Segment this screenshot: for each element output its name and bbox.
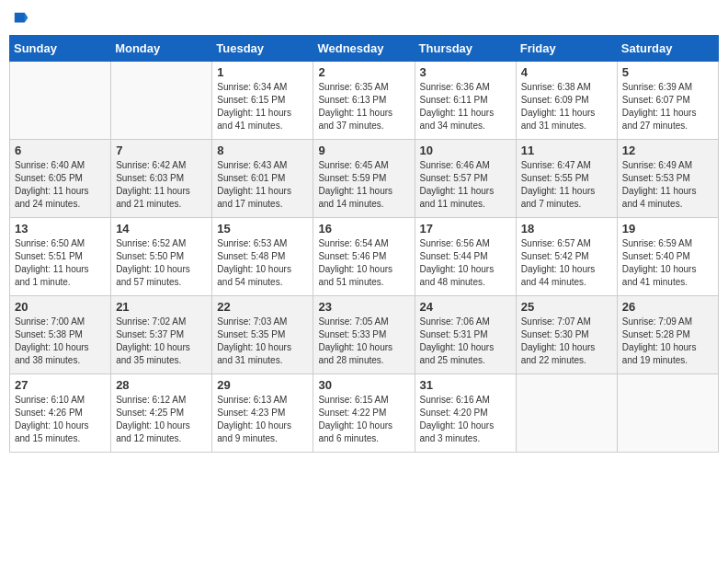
day-number: 29 — [217, 378, 308, 392]
day-info: Sunrise: 7:02 AM Sunset: 5:37 PM Dayligh… — [116, 316, 207, 367]
calendar-week-row: 20Sunrise: 7:00 AM Sunset: 5:38 PM Dayli… — [10, 296, 719, 374]
calendar-cell: 6Sunrise: 6:40 AM Sunset: 6:05 PM Daylig… — [10, 140, 111, 218]
day-number: 17 — [420, 222, 511, 236]
calendar-cell — [10, 62, 111, 140]
day-number: 24 — [420, 300, 511, 314]
day-info: Sunrise: 7:00 AM Sunset: 5:38 PM Dayligh… — [15, 316, 106, 367]
calendar-cell: 1Sunrise: 6:34 AM Sunset: 6:15 PM Daylig… — [212, 62, 313, 140]
calendar-cell: 23Sunrise: 7:05 AM Sunset: 5:33 PM Dayli… — [313, 296, 415, 374]
calendar-cell: 20Sunrise: 7:00 AM Sunset: 5:38 PM Dayli… — [10, 296, 111, 374]
calendar-cell: 22Sunrise: 7:03 AM Sunset: 5:35 PM Dayli… — [212, 296, 313, 374]
calendar-table: SundayMondayTuesdayWednesdayThursdayFrid… — [9, 35, 719, 453]
calendar-cell: 21Sunrise: 7:02 AM Sunset: 5:37 PM Dayli… — [111, 296, 212, 374]
logo — [13, 9, 31, 29]
day-number: 23 — [318, 300, 409, 314]
day-number: 8 — [217, 144, 308, 157]
calendar-cell: 2Sunrise: 6:35 AM Sunset: 6:13 PM Daylig… — [313, 62, 415, 140]
day-info: Sunrise: 6:49 AM Sunset: 5:53 PM Dayligh… — [622, 159, 713, 211]
day-info: Sunrise: 6:43 AM Sunset: 6:01 PM Dayligh… — [217, 159, 308, 211]
day-info: Sunrise: 6:12 AM Sunset: 4:25 PM Dayligh… — [116, 394, 207, 445]
day-info: Sunrise: 6:13 AM Sunset: 4:23 PM Dayligh… — [217, 394, 308, 445]
calendar-cell: 24Sunrise: 7:06 AM Sunset: 5:31 PM Dayli… — [415, 296, 516, 374]
day-info: Sunrise: 7:09 AM Sunset: 5:28 PM Dayligh… — [622, 316, 713, 367]
day-info: Sunrise: 7:03 AM Sunset: 5:35 PM Dayligh… — [217, 316, 308, 367]
day-number: 3 — [420, 65, 511, 79]
day-info: Sunrise: 6:38 AM Sunset: 6:09 PM Dayligh… — [521, 81, 612, 132]
day-number: 26 — [622, 300, 713, 314]
calendar-cell — [516, 374, 617, 453]
day-info: Sunrise: 6:16 AM Sunset: 4:20 PM Dayligh… — [420, 394, 511, 445]
day-info: Sunrise: 6:40 AM Sunset: 6:05 PM Dayligh… — [15, 159, 106, 211]
day-info: Sunrise: 6:52 AM Sunset: 5:50 PM Dayligh… — [116, 237, 207, 289]
day-number: 10 — [420, 144, 511, 157]
calendar-cell: 4Sunrise: 6:38 AM Sunset: 6:09 PM Daylig… — [516, 62, 617, 140]
calendar-cell: 29Sunrise: 6:13 AM Sunset: 4:23 PM Dayli… — [212, 374, 313, 453]
calendar-cell: 5Sunrise: 6:39 AM Sunset: 6:07 PM Daylig… — [617, 62, 718, 140]
weekday-header-wednesday: Wednesday — [313, 36, 415, 62]
day-number: 6 — [15, 144, 106, 157]
calendar-cell: 27Sunrise: 6:10 AM Sunset: 4:26 PM Dayli… — [10, 374, 111, 453]
page-header — [9, 9, 719, 29]
day-number: 9 — [318, 144, 409, 157]
calendar-cell: 18Sunrise: 6:57 AM Sunset: 5:42 PM Dayli… — [516, 218, 617, 296]
calendar-cell: 12Sunrise: 6:49 AM Sunset: 5:53 PM Dayli… — [617, 140, 718, 218]
calendar-cell: 3Sunrise: 6:36 AM Sunset: 6:11 PM Daylig… — [415, 62, 516, 140]
day-number: 15 — [217, 222, 308, 236]
calendar-cell: 19Sunrise: 6:59 AM Sunset: 5:40 PM Dayli… — [617, 218, 718, 296]
day-number: 11 — [521, 144, 612, 157]
calendar-cell: 28Sunrise: 6:12 AM Sunset: 4:25 PM Dayli… — [111, 374, 212, 453]
day-number: 31 — [420, 378, 511, 392]
calendar-cell: 25Sunrise: 7:07 AM Sunset: 5:30 PM Dayli… — [516, 296, 617, 374]
day-number: 5 — [622, 65, 713, 79]
calendar-week-row: 27Sunrise: 6:10 AM Sunset: 4:26 PM Dayli… — [10, 374, 719, 453]
weekday-header-saturday: Saturday — [617, 36, 718, 62]
day-number: 14 — [116, 222, 207, 236]
day-number: 21 — [116, 300, 207, 314]
day-number: 20 — [15, 300, 106, 314]
calendar-week-row: 1Sunrise: 6:34 AM Sunset: 6:15 PM Daylig… — [10, 62, 719, 140]
day-number: 16 — [318, 222, 409, 236]
svg-marker-1 — [25, 13, 28, 23]
calendar-cell: 14Sunrise: 6:52 AM Sunset: 5:50 PM Dayli… — [111, 218, 212, 296]
calendar-cell: 11Sunrise: 6:47 AM Sunset: 5:55 PM Dayli… — [516, 140, 617, 218]
day-number: 4 — [521, 65, 612, 79]
weekday-header-sunday: Sunday — [10, 36, 111, 62]
weekday-header-tuesday: Tuesday — [212, 36, 313, 62]
day-info: Sunrise: 6:45 AM Sunset: 5:59 PM Dayligh… — [318, 159, 409, 211]
calendar-week-row: 6Sunrise: 6:40 AM Sunset: 6:05 PM Daylig… — [10, 140, 719, 218]
calendar-cell: 31Sunrise: 6:16 AM Sunset: 4:20 PM Dayli… — [415, 374, 516, 453]
day-info: Sunrise: 6:15 AM Sunset: 4:22 PM Dayligh… — [318, 394, 409, 445]
calendar-cell: 17Sunrise: 6:56 AM Sunset: 5:44 PM Dayli… — [415, 218, 516, 296]
day-number: 22 — [217, 300, 308, 314]
calendar-cell — [111, 62, 212, 140]
calendar-cell — [617, 374, 718, 453]
day-number: 13 — [15, 222, 106, 236]
day-number: 7 — [116, 144, 207, 157]
calendar-cell: 7Sunrise: 6:42 AM Sunset: 6:03 PM Daylig… — [111, 140, 212, 218]
day-number: 28 — [116, 378, 207, 392]
day-number: 27 — [15, 378, 106, 392]
calendar-cell: 26Sunrise: 7:09 AM Sunset: 5:28 PM Dayli… — [617, 296, 718, 374]
logo-icon — [13, 9, 29, 29]
day-number: 18 — [521, 222, 612, 236]
day-info: Sunrise: 6:39 AM Sunset: 6:07 PM Dayligh… — [622, 81, 713, 132]
day-info: Sunrise: 6:56 AM Sunset: 5:44 PM Dayligh… — [420, 237, 511, 289]
day-info: Sunrise: 7:07 AM Sunset: 5:30 PM Dayligh… — [521, 316, 612, 367]
calendar-cell: 9Sunrise: 6:45 AM Sunset: 5:59 PM Daylig… — [313, 140, 415, 218]
day-info: Sunrise: 6:35 AM Sunset: 6:13 PM Dayligh… — [318, 81, 409, 132]
calendar-cell: 8Sunrise: 6:43 AM Sunset: 6:01 PM Daylig… — [212, 140, 313, 218]
day-number: 12 — [622, 144, 713, 157]
day-info: Sunrise: 6:53 AM Sunset: 5:48 PM Dayligh… — [217, 237, 308, 289]
day-info: Sunrise: 6:36 AM Sunset: 6:11 PM Dayligh… — [420, 81, 511, 132]
day-number: 2 — [318, 65, 409, 79]
day-info: Sunrise: 6:54 AM Sunset: 5:46 PM Dayligh… — [318, 237, 409, 289]
day-info: Sunrise: 6:50 AM Sunset: 5:51 PM Dayligh… — [15, 237, 106, 289]
day-info: Sunrise: 6:57 AM Sunset: 5:42 PM Dayligh… — [521, 237, 612, 289]
calendar-cell: 30Sunrise: 6:15 AM Sunset: 4:22 PM Dayli… — [313, 374, 415, 453]
day-number: 1 — [217, 65, 308, 79]
weekday-header-thursday: Thursday — [415, 36, 516, 62]
day-number: 30 — [318, 378, 409, 392]
day-info: Sunrise: 6:46 AM Sunset: 5:57 PM Dayligh… — [420, 159, 511, 211]
day-info: Sunrise: 7:06 AM Sunset: 5:31 PM Dayligh… — [420, 316, 511, 367]
calendar-cell: 10Sunrise: 6:46 AM Sunset: 5:57 PM Dayli… — [415, 140, 516, 218]
